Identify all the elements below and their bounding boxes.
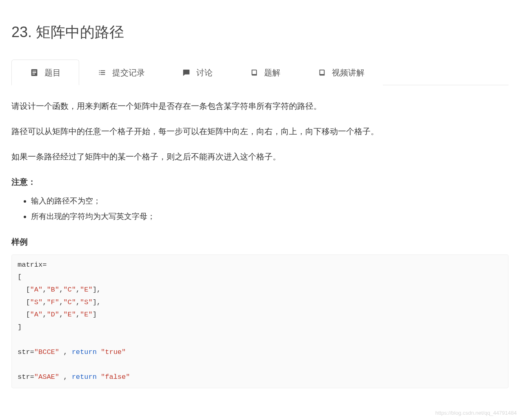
tab-label: 题目	[44, 66, 61, 80]
list-icon	[98, 68, 107, 77]
code-string: "E"	[63, 311, 76, 318]
paragraph: 请设计一个函数，用来判断在一个矩阵中是否存在一条包含某字符串所有字符的路径。	[11, 99, 509, 113]
tab-label: 题解	[264, 66, 280, 80]
code-string: "C"	[63, 286, 76, 294]
tab-discuss[interactable]: 讨论	[163, 60, 231, 85]
paragraph: 路径可以从矩阵中的任意一个格子开始，每一步可以在矩阵中向左，向右，向上，向下移动…	[11, 124, 509, 138]
code-string: "D"	[47, 311, 59, 318]
tab-submissions[interactable]: 提交记录	[79, 60, 163, 85]
book-icon	[317, 68, 326, 77]
book-icon	[249, 68, 258, 77]
code-string: "E"	[80, 286, 93, 294]
sample-heading: 样例	[11, 235, 509, 249]
note-item: 所有出现的字符均为大写英文字母；	[31, 210, 509, 223]
code-string: "A"	[30, 311, 43, 318]
paragraph: 如果一条路径经过了矩阵中的某一个格子，则之后不能再次进入这个格子。	[11, 150, 509, 164]
note-heading: 注意：	[11, 175, 509, 189]
code-block: matrix= [ ["A","B","C","E"], ["S","F","C…	[11, 254, 509, 388]
tab-label: 视频讲解	[332, 66, 364, 80]
code-string: "F"	[47, 298, 59, 306]
doc-icon	[30, 68, 39, 77]
problem-content: 请设计一个函数，用来判断在一个矩阵中是否存在一条包含某字符串所有字符的路径。 路…	[11, 99, 509, 388]
code-string: "S"	[30, 298, 43, 306]
page-root: 23. 矩阵中的路径 题目提交记录讨论题解视频讲解 请设计一个函数，用来判断在一…	[0, 0, 520, 405]
tab-label: 提交记录	[112, 66, 145, 80]
code-string: "S"	[80, 298, 93, 306]
code-keyword: return	[72, 373, 97, 381]
tab-solution[interactable]: 题解	[231, 60, 299, 85]
problem-title: 23. 矩阵中的路径	[11, 20, 509, 44]
tab-label: 讨论	[196, 66, 213, 80]
code-string: "E"	[80, 311, 93, 318]
code-string: "B"	[47, 286, 59, 294]
code-string: "true"	[101, 348, 126, 356]
tab-bar: 题目提交记录讨论题解视频讲解	[11, 59, 509, 85]
code-string: "ASAE"	[34, 373, 59, 381]
comment-icon	[182, 68, 191, 77]
code-string: "A"	[30, 286, 43, 294]
code-string: "BCCE"	[34, 348, 59, 356]
code-string: "false"	[101, 373, 130, 381]
note-item: 输入的路径不为空；	[31, 195, 509, 208]
tab-video[interactable]: 视频讲解	[299, 60, 383, 85]
tab-problem[interactable]: 题目	[11, 60, 79, 85]
code-keyword: return	[72, 348, 97, 356]
code-string: "C"	[63, 298, 76, 306]
note-list: 输入的路径不为空； 所有出现的字符均为大写英文字母；	[11, 195, 509, 223]
